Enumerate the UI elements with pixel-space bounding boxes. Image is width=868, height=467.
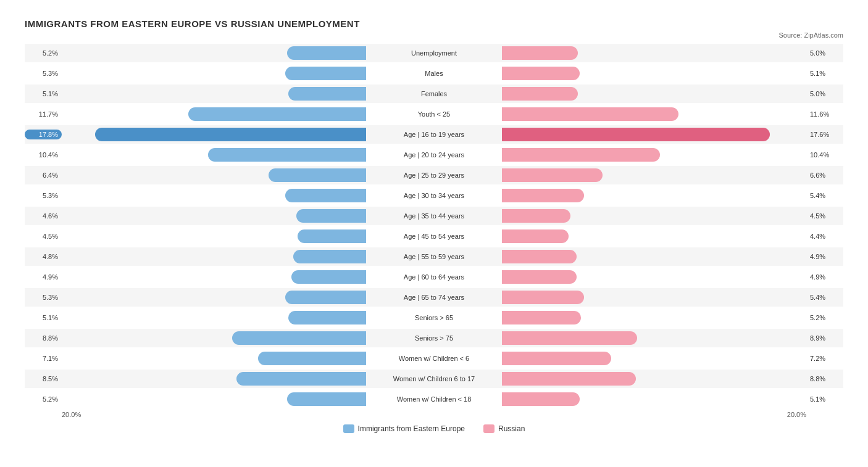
- right-bar-wrap: [502, 270, 806, 284]
- left-value: 4.5%: [25, 231, 62, 241]
- right-value: 17.6%: [806, 131, 843, 138]
- left-bar-wrap: [62, 392, 366, 406]
- bars-area: Females: [62, 85, 806, 102]
- right-value: 5.1%: [806, 70, 843, 77]
- row-label: Age | 65 to 74 years: [366, 294, 502, 301]
- right-value: 5.2%: [806, 314, 843, 321]
- row-label: Age | 25 to 29 years: [366, 172, 502, 179]
- right-value: 5.4%: [806, 192, 843, 199]
- row-label: Youth < 25: [366, 110, 502, 118]
- bottom-labels: 20.0% 20.0%: [25, 411, 843, 418]
- right-value: 5.1%: [806, 395, 843, 403]
- right-value: 4.4%: [806, 233, 843, 240]
- right-value: 7.2%: [806, 355, 843, 362]
- bar-blue: [288, 87, 366, 101]
- right-bar-wrap: [502, 229, 806, 243]
- bar-pink: [502, 148, 660, 162]
- bar-blue: [188, 107, 366, 121]
- legend-item-blue: Immigrants from Eastern Europe: [343, 424, 465, 433]
- row-label: Age | 45 to 54 years: [366, 233, 502, 240]
- left-value: 5.2%: [25, 48, 62, 58]
- left-bar-wrap: [62, 148, 366, 162]
- bar-pink: [502, 250, 577, 263]
- left-bar-wrap: [62, 107, 366, 121]
- bars-area: Seniors > 65: [62, 309, 806, 326]
- right-bar-wrap: [502, 311, 806, 324]
- bar-blue: [296, 209, 366, 223]
- right-value: 4.9%: [806, 273, 843, 281]
- bar-pink: [502, 331, 637, 345]
- row-label: Age | 55 to 59 years: [366, 253, 502, 260]
- bar-blue: [258, 352, 366, 365]
- left-bar-wrap: [62, 87, 366, 101]
- bars-area: Males: [62, 65, 806, 82]
- bar-blue: [285, 189, 366, 202]
- right-value: 5.0%: [806, 49, 843, 57]
- right-bar-wrap: [502, 67, 806, 80]
- left-value: 5.2%: [25, 394, 62, 404]
- left-bar-wrap: [62, 168, 366, 182]
- left-bar-wrap: [62, 291, 366, 304]
- bars-area: Age | 16 to 19 years: [62, 126, 806, 143]
- right-bar-wrap: [502, 189, 806, 202]
- left-bar-wrap: [62, 67, 366, 80]
- bar-pink: [502, 67, 580, 80]
- right-bar-wrap: [502, 168, 806, 182]
- chart-row: 4.6% Age | 35 to 44 years 4.5%: [25, 207, 843, 225]
- right-bar-wrap: [502, 250, 806, 263]
- row-label: Females: [366, 90, 502, 97]
- left-bar-wrap: [62, 128, 366, 141]
- legend: Immigrants from Eastern Europe Russian: [25, 424, 843, 433]
- chart-container: IMMIGRANTS FROM EASTERN EUROPE VS RUSSIA…: [12, 12, 856, 445]
- bar-blue: [291, 270, 366, 284]
- left-value: 11.7%: [25, 109, 62, 119]
- bars-area: Women w/ Children < 18: [62, 391, 806, 408]
- chart-row: 5.3% Males 5.1%: [25, 64, 843, 83]
- row-label: Age | 16 to 19 years: [366, 131, 502, 138]
- right-bar-wrap: [502, 331, 806, 345]
- row-label: Age | 60 to 64 years: [366, 273, 502, 281]
- row-label: Age | 35 to 44 years: [366, 212, 502, 220]
- left-value: 17.8%: [25, 130, 62, 139]
- chart-row: 5.1% Seniors > 65 5.2%: [25, 308, 843, 327]
- right-bar-wrap: [502, 46, 806, 60]
- legend-label-pink: Russian: [498, 424, 525, 433]
- bar-blue: [287, 46, 366, 60]
- bars-area: Unemployment: [62, 44, 806, 62]
- left-bar-wrap: [62, 311, 366, 324]
- left-bar-wrap: [62, 331, 366, 345]
- right-bar-wrap: [502, 392, 806, 406]
- bar-blue: [95, 128, 366, 141]
- left-value: 5.3%: [25, 68, 62, 78]
- bar-pink: [502, 168, 603, 182]
- bar-blue: [293, 250, 366, 263]
- left-value: 8.5%: [25, 374, 62, 384]
- left-value: 5.1%: [25, 313, 62, 323]
- left-value: 5.1%: [25, 89, 62, 99]
- right-bar-wrap: [502, 107, 806, 121]
- bar-blue: [285, 67, 366, 80]
- bar-blue: [236, 372, 366, 386]
- bars-area: Age | 55 to 59 years: [62, 248, 806, 265]
- row-label: Seniors > 65: [366, 314, 502, 321]
- bars-area: Age | 65 to 74 years: [62, 289, 806, 306]
- chart-row: 6.4% Age | 25 to 29 years 6.6%: [25, 166, 843, 184]
- bar-blue: [232, 331, 366, 345]
- left-value: 7.1%: [25, 353, 62, 363]
- bar-pink: [502, 392, 580, 406]
- chart-row: 7.1% Women w/ Children < 6 7.2%: [25, 349, 843, 368]
- row-label: Age | 20 to 24 years: [366, 151, 502, 159]
- right-bar-wrap: [502, 291, 806, 304]
- bar-pink: [502, 372, 636, 386]
- bars-area: Seniors > 75: [62, 329, 806, 347]
- left-bar-wrap: [62, 352, 366, 365]
- right-value: 4.5%: [806, 212, 843, 220]
- bar-blue: [285, 291, 366, 304]
- row-label: Women w/ Children 6 to 17: [366, 375, 502, 382]
- bar-pink: [502, 46, 578, 60]
- chart-row: 5.3% Age | 30 to 34 years 5.4%: [25, 186, 843, 205]
- bar-blue: [269, 168, 366, 182]
- row-label: Women w/ Children < 18: [366, 395, 502, 403]
- bars-area: Age | 35 to 44 years: [62, 207, 806, 225]
- left-value: 6.4%: [25, 170, 62, 180]
